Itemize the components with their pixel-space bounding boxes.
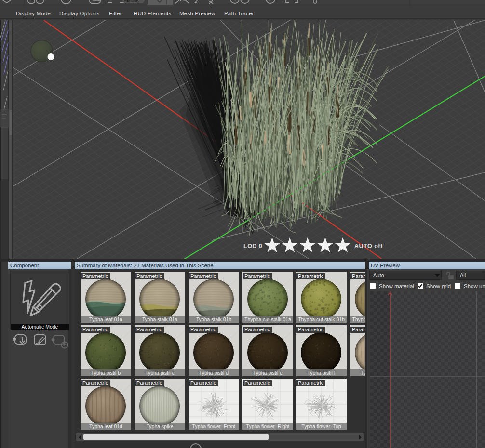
svg-text:LOD 0: LOD 0 [243,243,262,250]
svg-text:AUTO off: AUTO off [354,243,383,250]
svg-text:RENDER: RENDER [124,0,139,2]
